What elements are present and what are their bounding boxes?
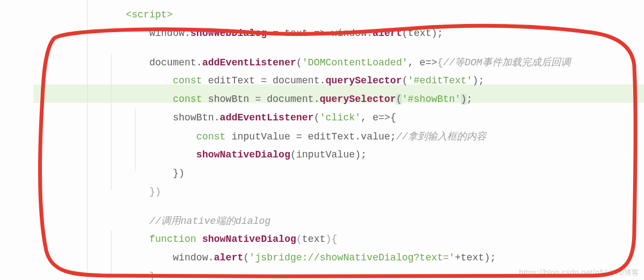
code-editor: <script> window.showWebDialog = text => …: [0, 0, 644, 280]
watermark: https://blog.csdn.net/q51CT0博客: [519, 268, 640, 278]
html-tag: <script>: [126, 9, 172, 20]
paren-match: (: [396, 94, 402, 105]
code-comment: //调用native端的dialog: [149, 216, 270, 227]
paren-match: ): [461, 94, 467, 105]
code-comment: //拿到输入框的内容: [396, 131, 486, 142]
code-comment: //等DOM事件加载完成后回调: [443, 57, 571, 68]
